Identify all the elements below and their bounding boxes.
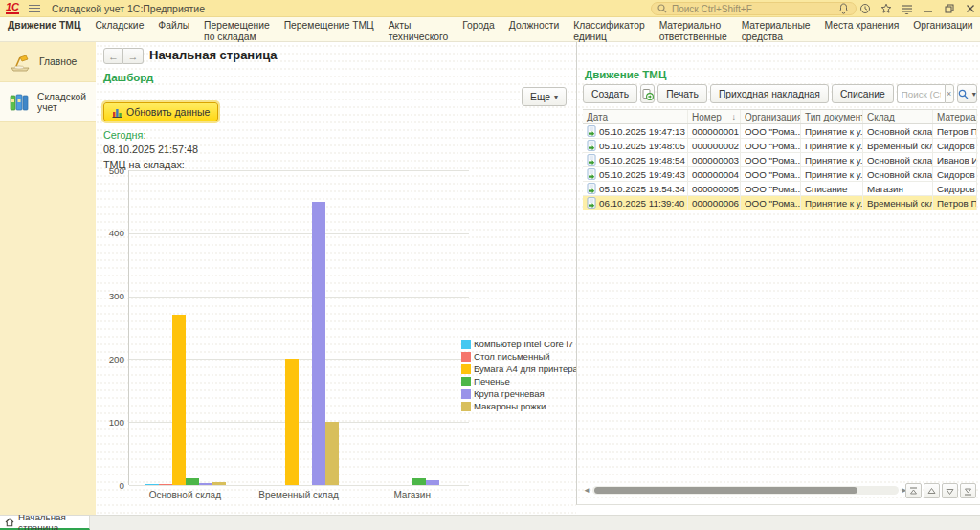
back-button[interactable]: ← bbox=[103, 48, 123, 64]
table-row[interactable]: 05.10.2025 19:48:54 000000003 ООО "Рома.… bbox=[583, 153, 977, 167]
menu-item-goroda[interactable]: Города bbox=[462, 20, 495, 32]
column-header-person[interactable]: Материально bbox=[933, 110, 977, 123]
legend-label: Стол письменный bbox=[474, 351, 550, 362]
x-category-label: Основной склад bbox=[128, 490, 242, 500]
x-category-label: Временный склад bbox=[242, 490, 356, 500]
writeoff-button[interactable]: Списание bbox=[832, 84, 894, 103]
scroll-left-icon[interactable]: ◄ bbox=[583, 486, 590, 495]
menu-item-organizatsii[interactable]: Организации bbox=[913, 20, 972, 32]
taskbar-tab-label: Начальная страница bbox=[18, 512, 84, 530]
column-header-warehouse[interactable]: Склад bbox=[863, 110, 933, 123]
go-prev-icon[interactable] bbox=[924, 483, 940, 498]
table-row-selected[interactable]: 06.10.2025 11:39:40 000000006 ООО "Рома.… bbox=[583, 196, 977, 210]
y-tick: 100 bbox=[103, 417, 124, 428]
movements-table: Дата Номер↓ Организация Тип документа Ск… bbox=[583, 109, 977, 210]
scrollbar-track[interactable] bbox=[592, 486, 899, 495]
menu-item-dolzhnosti[interactable]: Должности bbox=[509, 20, 560, 32]
list-search: × bbox=[897, 84, 954, 103]
global-search[interactable] bbox=[651, 2, 857, 15]
global-search-input[interactable] bbox=[672, 4, 851, 14]
search-options-button[interactable] bbox=[957, 84, 977, 103]
column-header-doctype[interactable]: Тип документа bbox=[801, 110, 863, 123]
document-icon bbox=[587, 140, 596, 151]
movements-panel: Движение ТМЦ Создать Печать Приходная на… bbox=[576, 42, 980, 505]
menu-item-skladskie[interactable]: Складские bbox=[95, 20, 144, 32]
go-last-icon[interactable] bbox=[960, 483, 976, 498]
history-icon[interactable] bbox=[858, 3, 871, 15]
open-windows-bar: Начальная страница bbox=[0, 515, 980, 530]
search-icon bbox=[657, 3, 668, 15]
taskbar-tab-home[interactable]: Начальная страница bbox=[0, 516, 90, 530]
menu-item-materialnye-sredstva[interactable]: Материальные средства bbox=[742, 20, 811, 42]
y-tick: 500 bbox=[103, 166, 124, 176]
column-header-date[interactable]: Дата bbox=[583, 110, 688, 123]
forward-button[interactable]: → bbox=[123, 48, 144, 64]
menu-item-peremeshchenie-tmc[interactable]: Перемещение ТМЦ bbox=[284, 20, 374, 32]
sidebar-item-label: Главное bbox=[39, 56, 77, 67]
document-icon bbox=[587, 197, 596, 209]
go-first-icon[interactable] bbox=[905, 483, 922, 498]
table-row[interactable]: 05.10.2025 19:49:43 000000004 ООО "Рома.… bbox=[583, 167, 977, 182]
binders-icon bbox=[8, 92, 31, 113]
horizontal-scrollbar[interactable]: ◄ ► bbox=[583, 484, 908, 497]
table-row[interactable]: 05.10.2025 19:47:13 000000001 ООО "Рома.… bbox=[583, 124, 977, 139]
menu-item-faily[interactable]: Файлы bbox=[158, 20, 189, 32]
sidebar-item-skladskoy-uchet[interactable]: Складской учет bbox=[0, 82, 96, 122]
dashboard-more-button[interactable]: Еще bbox=[522, 87, 567, 106]
close-icon[interactable] bbox=[964, 3, 976, 15]
sections-menu: Движение ТМЦ Складские Файлы Перемещение… bbox=[0, 17, 980, 42]
go-next-icon[interactable] bbox=[942, 483, 958, 498]
document-icon bbox=[587, 183, 596, 194]
list-navigation bbox=[905, 483, 976, 498]
sidebar-item-glavnoe[interactable]: Главное bbox=[0, 42, 96, 82]
title-bar: 1С Складской учет 1С:Предприятие bbox=[0, 0, 980, 17]
receipt-invoice-button[interactable]: Приходная накладная bbox=[710, 84, 829, 103]
bar-group-osnovnoy-sklad bbox=[129, 170, 242, 485]
app-window: 1С Складской учет 1С:Предприятие bbox=[0, 0, 980, 530]
menu-item-dvizhenie-tmc[interactable]: Движение ТМЦ bbox=[8, 20, 80, 32]
service-menu-icon[interactable] bbox=[901, 3, 913, 15]
document-icon bbox=[587, 168, 596, 180]
movements-title: Движение ТМЦ bbox=[585, 69, 666, 80]
legend-swatch bbox=[461, 402, 471, 411]
sort-desc-icon: ↓ bbox=[732, 112, 737, 121]
table-row[interactable]: 05.10.2025 19:54:34 000000005 ООО "Рома.… bbox=[583, 182, 977, 196]
home-icon bbox=[5, 518, 14, 527]
table-row[interactable]: 05.10.2025 19:48:05 000000002 ООО "Рома.… bbox=[583, 139, 977, 153]
favorites-star-icon[interactable] bbox=[880, 3, 892, 15]
refresh-data-button[interactable]: Обновить данные bbox=[103, 102, 218, 121]
restore-window-icon[interactable] bbox=[943, 3, 955, 15]
create-button[interactable]: Создать bbox=[583, 84, 637, 103]
1c-logo: 1С bbox=[6, 2, 19, 14]
y-tick: 200 bbox=[103, 354, 124, 364]
bar-group-vremennyy-sklad bbox=[242, 170, 355, 485]
scrollbar-thumb[interactable] bbox=[594, 487, 858, 494]
minimize-icon[interactable] bbox=[922, 3, 934, 15]
table-header-row: Дата Номер↓ Организация Тип документа Ск… bbox=[583, 109, 977, 124]
legend-label: Крупа гречневая bbox=[474, 388, 545, 399]
column-header-org[interactable]: Организация bbox=[741, 110, 801, 123]
menu-item-mesta-khraneniya[interactable]: Места хранения bbox=[825, 20, 900, 32]
legend-label: Бумага А4 для принтера bbox=[474, 364, 578, 374]
document-icon bbox=[587, 154, 596, 166]
bar-group-magazin bbox=[356, 170, 469, 485]
print-button[interactable]: Печать bbox=[657, 84, 707, 103]
create-by-copy-button[interactable] bbox=[640, 84, 655, 103]
x-category-label: Магазин bbox=[355, 490, 469, 500]
clear-search-icon[interactable]: × bbox=[945, 84, 954, 103]
y-tick: 300 bbox=[103, 291, 124, 301]
sidebar-item-label: Складской учет bbox=[37, 92, 92, 113]
timestamp: 08.10.2025 21:57:48 bbox=[103, 144, 198, 155]
dashboard-panel: ← → Начальная страница Дашборд Еще Обнов… bbox=[96, 42, 576, 515]
main-menu-icon[interactable] bbox=[29, 5, 40, 12]
column-header-number[interactable]: Номер↓ bbox=[688, 110, 741, 123]
legend-swatch bbox=[461, 340, 471, 349]
list-search-input[interactable] bbox=[897, 84, 945, 103]
legend-label: Компьютер Intel Core i7 bbox=[474, 339, 573, 349]
legend-swatch bbox=[461, 352, 471, 362]
y-tick: 0 bbox=[103, 480, 124, 491]
notifications-bell-icon[interactable] bbox=[837, 3, 850, 15]
legend-swatch bbox=[461, 364, 471, 374]
today-label: Сегодня: bbox=[103, 129, 145, 141]
menu-item-peremeshchenie-po-skladam[interactable]: Перемещение по складам bbox=[204, 20, 270, 42]
